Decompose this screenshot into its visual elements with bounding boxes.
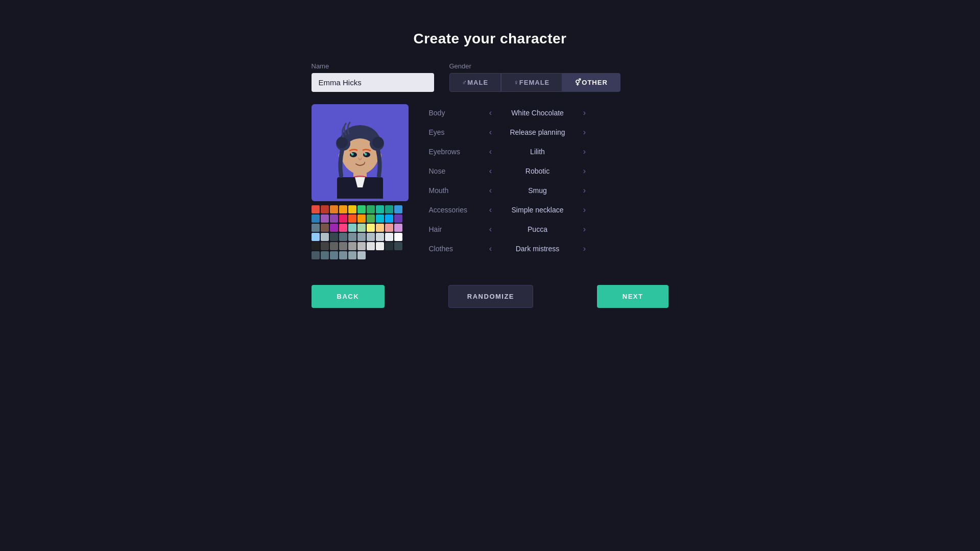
color-swatch[interactable] (321, 214, 329, 223)
color-swatch[interactable] (312, 251, 320, 259)
color-swatch[interactable] (357, 205, 366, 213)
attr-value-eyebrows: Lilith (505, 148, 571, 156)
color-swatch[interactable] (339, 233, 347, 241)
attr-next-body[interactable]: › (579, 107, 590, 118)
color-swatch[interactable] (385, 233, 393, 241)
attribute-row-eyes: Eyes ‹ Release planning › (429, 124, 669, 141)
color-swatch[interactable] (357, 251, 366, 259)
avatar-image (317, 107, 403, 199)
attr-next-mouth[interactable]: › (579, 185, 590, 196)
color-swatch[interactable] (376, 205, 384, 213)
attr-prev-clothes[interactable]: ‹ (485, 243, 496, 254)
color-swatch[interactable] (321, 242, 329, 250)
name-input[interactable] (312, 73, 434, 92)
color-swatch[interactable] (339, 205, 347, 213)
gender-male-button[interactable]: ♂MALE (449, 73, 501, 92)
attr-next-clothes[interactable]: › (579, 243, 590, 254)
color-swatch[interactable] (348, 251, 356, 259)
color-swatch[interactable] (321, 224, 329, 232)
color-swatch[interactable] (312, 214, 320, 223)
color-swatch[interactable] (367, 224, 375, 232)
color-swatch[interactable] (330, 251, 338, 259)
attr-prev-accessories[interactable]: ‹ (485, 204, 496, 215)
attr-value-accessories: Simple necklace (505, 206, 571, 214)
color-swatch[interactable] (376, 224, 384, 232)
color-swatch[interactable] (385, 205, 393, 213)
color-swatch[interactable] (312, 233, 320, 241)
color-swatch[interactable] (330, 205, 338, 213)
attribute-row-clothes: Clothes ‹ Dark mistress › (429, 240, 669, 257)
color-swatch[interactable] (357, 224, 366, 232)
color-swatch[interactable] (339, 214, 347, 223)
attr-prev-nose[interactable]: ‹ (485, 165, 496, 177)
color-swatch[interactable] (394, 205, 402, 213)
color-swatch[interactable] (312, 224, 320, 232)
attr-selector-eyebrows: ‹ Lilith › (485, 146, 590, 157)
attr-prev-mouth[interactable]: ‹ (485, 185, 496, 196)
color-swatch[interactable] (330, 233, 338, 241)
svg-point-18 (364, 153, 365, 154)
attr-next-accessories[interactable]: › (579, 204, 590, 215)
attr-selector-accessories: ‹ Simple necklace › (485, 204, 590, 215)
color-swatch[interactable] (376, 233, 384, 241)
color-swatch[interactable] (312, 242, 320, 250)
color-swatch[interactable] (385, 242, 393, 250)
color-swatch[interactable] (376, 214, 384, 223)
color-swatch[interactable] (348, 224, 356, 232)
attribute-row-eyebrows: Eyebrows ‹ Lilith › (429, 143, 669, 160)
color-swatch[interactable] (394, 242, 402, 250)
randomize-button[interactable]: RANDOMIZE (448, 285, 533, 308)
color-swatch[interactable] (394, 214, 402, 223)
back-button[interactable]: BACK (312, 285, 385, 308)
color-swatch[interactable] (348, 214, 356, 223)
color-swatch[interactable] (394, 233, 402, 241)
color-swatch[interactable] (357, 242, 366, 250)
color-swatch[interactable] (385, 224, 393, 232)
color-swatch[interactable] (321, 205, 329, 213)
color-swatch[interactable] (321, 251, 329, 259)
gender-other-button[interactable]: ⚥OTHER (562, 73, 620, 92)
next-button[interactable]: NEXT (597, 285, 669, 308)
color-swatch[interactable] (367, 242, 375, 250)
color-swatch[interactable] (339, 224, 347, 232)
attr-label-nose: Nose (429, 167, 485, 175)
color-swatch[interactable] (330, 224, 338, 232)
color-swatch[interactable] (330, 242, 338, 250)
attr-selector-mouth: ‹ Smug › (485, 185, 590, 196)
attr-prev-eyes[interactable]: ‹ (485, 127, 496, 138)
color-swatch[interactable] (330, 214, 338, 223)
color-swatch[interactable] (321, 233, 329, 241)
page-container: Create your character Name Gender ♂MALE … (312, 31, 669, 308)
attr-next-eyebrows[interactable]: › (579, 146, 590, 157)
color-swatch[interactable] (339, 242, 347, 250)
color-swatch[interactable] (385, 214, 393, 223)
gender-female-button[interactable]: ♀FEMALE (501, 73, 562, 92)
color-swatch[interactable] (357, 214, 366, 223)
color-swatch[interactable] (357, 233, 366, 241)
attr-prev-body[interactable]: ‹ (485, 107, 496, 118)
attr-prev-hair[interactable]: ‹ (485, 224, 496, 235)
color-swatch[interactable] (348, 233, 356, 241)
attr-prev-eyebrows[interactable]: ‹ (485, 146, 496, 157)
color-swatch[interactable] (312, 205, 320, 213)
color-swatch[interactable] (367, 214, 375, 223)
color-palette (312, 205, 409, 259)
color-swatch[interactable] (376, 242, 384, 250)
color-swatch[interactable] (348, 242, 356, 250)
page-title: Create your character (414, 31, 567, 47)
gender-label: Gender (449, 62, 620, 70)
color-swatch[interactable] (339, 251, 347, 259)
attr-value-body: White Chocolate (505, 109, 571, 117)
svg-point-17 (351, 153, 352, 154)
attr-selector-hair: ‹ Pucca › (485, 224, 590, 235)
svg-point-12 (372, 137, 384, 148)
attr-next-hair[interactable]: › (579, 224, 590, 235)
attr-next-nose[interactable]: › (579, 165, 590, 177)
color-swatch[interactable] (394, 224, 402, 232)
attribute-row-body: Body ‹ White Chocolate › (429, 104, 669, 122)
color-swatch[interactable] (367, 233, 375, 241)
color-swatch[interactable] (367, 205, 375, 213)
attr-label-body: Body (429, 109, 485, 117)
attr-next-eyes[interactable]: › (579, 127, 590, 138)
color-swatch[interactable] (348, 205, 356, 213)
